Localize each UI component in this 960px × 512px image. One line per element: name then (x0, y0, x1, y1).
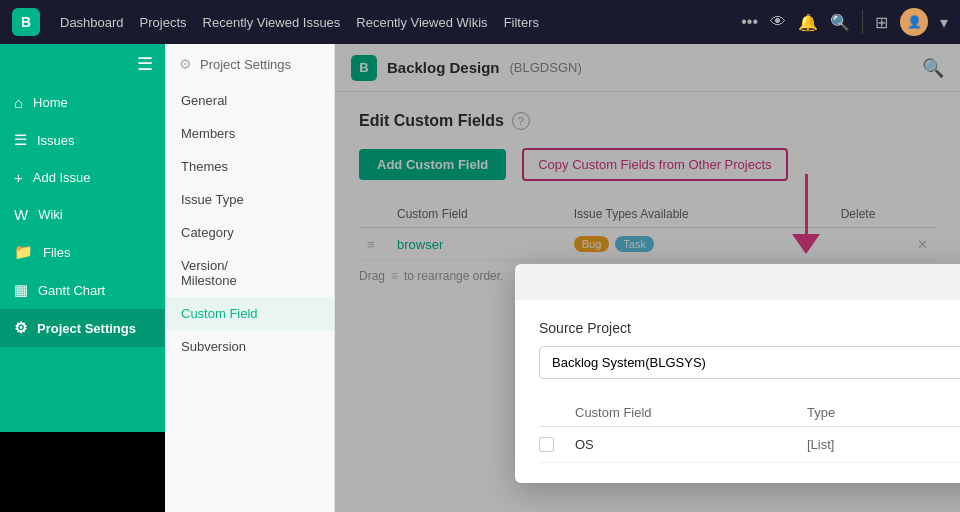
app-logo[interactable]: B (12, 8, 40, 36)
nav-separator (862, 10, 863, 34)
sidebar-label-files: Files (43, 245, 70, 260)
app-body: ☰ ⌂ Home ☰ Issues + Add Issue W Wiki 📁 F… (0, 44, 960, 512)
sidebar-label-wiki: Wiki (38, 207, 63, 222)
top-nav-actions: ••• 👁 🔔 🔍 ⊞ 👤 ▾ (741, 8, 948, 36)
modal-field-type-list: [List] (807, 437, 960, 452)
sidebar-header: ☰ (0, 44, 165, 84)
nav-recently-viewed-wikis[interactable]: Recently Viewed Wikis (356, 15, 487, 30)
modal-row-checkbox[interactable] (539, 437, 554, 452)
modal-th-custom-field: Custom Field (575, 405, 799, 420)
top-navigation: B Dashboard Projects Recently Viewed Iss… (0, 0, 960, 44)
sidebar-item-home[interactable]: ⌂ Home (0, 84, 165, 121)
hamburger-icon[interactable]: ☰ (137, 53, 153, 75)
notification-icon[interactable]: 🔔 (798, 13, 818, 32)
secondary-nav-subversion[interactable]: Subversion (165, 330, 334, 363)
sidebar-label-gantt: Gantt Chart (38, 283, 105, 298)
sidebar-label-add-issue: Add Issue (33, 170, 91, 185)
nav-projects[interactable]: Projects (140, 15, 187, 30)
add-icon: + (14, 169, 23, 186)
copy-fields-modal: ✕ Source Project Backlog System(BLGSYS) … (515, 264, 960, 483)
nav-recently-viewed-issues[interactable]: Recently Viewed Issues (203, 15, 341, 30)
modal-th-checkbox (539, 405, 567, 420)
secondary-nav-general[interactable]: General (165, 84, 334, 117)
modal-field-os: OS (575, 437, 799, 452)
source-project-select-row: Backlog System(BLGSYS) ▾ (539, 346, 960, 379)
sidebar-item-add-issue[interactable]: + Add Issue (0, 159, 165, 196)
nav-filters[interactable]: Filters (504, 15, 539, 30)
secondary-nav-version-milestone[interactable]: Version/ Milestone (165, 249, 334, 297)
sidebar-item-project-settings[interactable]: ⚙ Project Settings (0, 309, 165, 347)
top-nav-links: Dashboard Projects Recently Viewed Issue… (60, 15, 721, 30)
modal-header-bar: ✕ (515, 264, 960, 300)
gear-icon: ⚙ (179, 56, 192, 72)
grid-icon[interactable]: ⊞ (875, 13, 888, 32)
modal-table-header: Custom Field Type (539, 399, 960, 427)
wiki-icon: W (14, 206, 28, 223)
nav-dashboard[interactable]: Dashboard (60, 15, 124, 30)
main-sidebar: ☰ ⌂ Home ☰ Issues + Add Issue W Wiki 📁 F… (0, 44, 165, 512)
issues-icon: ☰ (14, 131, 27, 149)
source-project-label: Source Project (539, 320, 960, 336)
settings-icon: ⚙ (14, 319, 27, 337)
watch-icon[interactable]: 👁 (770, 13, 786, 31)
gantt-icon: ▦ (14, 281, 28, 299)
secondary-nav-members[interactable]: Members (165, 117, 334, 150)
user-avatar[interactable]: 👤 (900, 8, 928, 36)
modal-body: Source Project Backlog System(BLGSYS) ▾ … (515, 300, 960, 483)
modal-table-row: OS [List] (539, 427, 960, 463)
secondary-sidebar-title: Project Settings (200, 57, 291, 72)
secondary-nav-category[interactable]: Category (165, 216, 334, 249)
chevron-down-icon[interactable]: ▾ (940, 13, 948, 32)
more-icon[interactable]: ••• (741, 13, 758, 31)
sidebar-item-files[interactable]: 📁 Files (0, 233, 165, 271)
sidebar-label-issues: Issues (37, 133, 75, 148)
sidebar-label-home: Home (33, 95, 68, 110)
secondary-sidebar: ⚙ Project Settings General Members Theme… (165, 44, 335, 512)
bottom-black-area (0, 432, 165, 512)
modal-th-type: Type (807, 405, 960, 420)
source-project-select[interactable]: Backlog System(BLGSYS) (539, 346, 960, 379)
sidebar-item-gantt[interactable]: ▦ Gantt Chart (0, 271, 165, 309)
sidebar-label-project-settings: Project Settings (37, 321, 136, 336)
main-content: B Backlog Design (BLGDSGN) 🔍 Edit Custom… (335, 44, 960, 512)
sidebar-item-wiki[interactable]: W Wiki (0, 196, 165, 233)
secondary-sidebar-header: ⚙ Project Settings (165, 44, 334, 84)
files-icon: 📁 (14, 243, 33, 261)
secondary-nav-themes[interactable]: Themes (165, 150, 334, 183)
sidebar-nav: ⌂ Home ☰ Issues + Add Issue W Wiki 📁 Fil… (0, 84, 165, 347)
search-icon[interactable]: 🔍 (830, 13, 850, 32)
home-icon: ⌂ (14, 94, 23, 111)
secondary-nav-issue-type[interactable]: Issue Type (165, 183, 334, 216)
secondary-nav-custom-field[interactable]: Custom Field (165, 297, 334, 330)
sidebar-item-issues[interactable]: ☰ Issues (0, 121, 165, 159)
